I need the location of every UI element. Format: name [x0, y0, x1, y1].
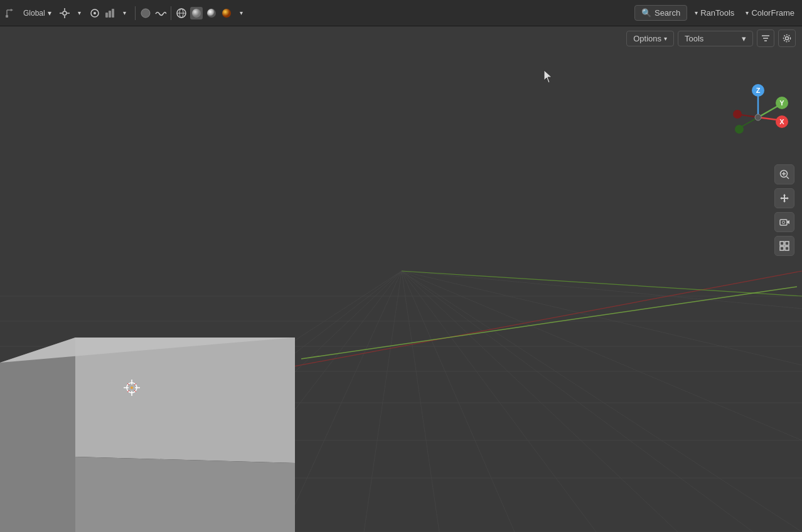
- svg-rect-0: [6, 15, 8, 18]
- viewport-shading-material-icon[interactable]: [205, 7, 218, 19]
- right-tool-panel: [774, 164, 794, 256]
- ran-tools-menu[interactable]: ▾ RanTools: [691, 6, 738, 20]
- filter-button[interactable]: [757, 29, 774, 47]
- svg-rect-87: [780, 220, 787, 225]
- wave-icon[interactable]: [154, 7, 167, 19]
- view-mode-button[interactable]: [774, 236, 794, 256]
- pivot-point-icon[interactable]: [58, 7, 71, 19]
- svg-rect-90: [780, 242, 784, 245]
- svg-rect-91: [785, 242, 789, 245]
- options-label: Options: [633, 34, 661, 43]
- svg-rect-11: [105, 13, 108, 18]
- svg-line-70: [758, 105, 780, 117]
- mouse-cursor: [543, 69, 555, 84]
- viewport-shading-wire-icon[interactable]: [175, 7, 188, 19]
- svg-rect-93: [785, 247, 789, 250]
- proportional-dropdown-icon[interactable]: ▾: [119, 7, 131, 19]
- ran-tools-label: RanTools: [700, 8, 734, 18]
- svg-marker-57: [0, 338, 75, 532]
- svg-point-80: [733, 110, 742, 119]
- snap-icon[interactable]: [88, 7, 101, 19]
- settings-button[interactable]: [778, 29, 796, 47]
- axis-orientation-widget[interactable]: Z Y X: [727, 83, 789, 146]
- right-toolbar-group: 🔍 Search ▾ RanTools ▾ ColorFrame: [634, 5, 798, 21]
- svg-point-89: [783, 221, 785, 224]
- svg-rect-12: [109, 11, 111, 18]
- ran-tools-chevron-icon: ▾: [695, 9, 698, 16]
- svg-rect-13: [112, 9, 114, 18]
- object-origin: [122, 378, 141, 397]
- proportional-edit-icon[interactable]: [104, 7, 116, 19]
- viewport-shading-solid-icon[interactable]: [190, 7, 203, 19]
- 3d-viewport[interactable]: Z Y X: [0, 26, 802, 532]
- color-frame-menu[interactable]: ▾ ColorFrame: [742, 6, 798, 20]
- second-toolbar: Options ▾ Tools ▾: [620, 26, 802, 50]
- tools-dropdown[interactable]: Tools ▾: [678, 31, 753, 46]
- svg-point-19: [207, 9, 216, 18]
- svg-point-25: [784, 35, 791, 42]
- tools-label: Tools: [685, 34, 703, 43]
- svg-point-60: [131, 386, 133, 389]
- pivot-dropdown-icon[interactable]: ▾: [73, 7, 86, 19]
- separator-2: [171, 6, 171, 20]
- chevron-down-icon: ▾: [48, 9, 51, 18]
- search-label: Search: [655, 8, 680, 18]
- svg-point-18: [192, 9, 201, 18]
- pan-button[interactable]: [774, 188, 794, 208]
- svg-marker-94: [544, 70, 552, 83]
- options-chevron-icon: ▾: [664, 35, 667, 42]
- top-toolbar: Global ▾ ▾ ▾: [0, 0, 802, 26]
- svg-text:Y: Y: [779, 99, 784, 107]
- separator-1: [135, 6, 136, 20]
- svg-point-20: [222, 9, 231, 18]
- options-button[interactable]: Options ▾: [626, 31, 674, 46]
- shading-dropdown-icon[interactable]: ▾: [235, 7, 248, 19]
- transform-orientation-button[interactable]: Global ▾: [19, 6, 56, 20]
- svg-line-84: [787, 177, 789, 179]
- svg-point-14: [141, 9, 150, 18]
- color-frame-chevron-icon: ▾: [746, 9, 749, 16]
- svg-text:X: X: [779, 118, 784, 125]
- svg-rect-92: [780, 247, 784, 250]
- svg-marker-3: [11, 9, 13, 11]
- svg-point-24: [786, 37, 789, 40]
- transform-mode-icon[interactable]: [4, 7, 16, 19]
- svg-text:Z: Z: [756, 87, 761, 94]
- 3d-cube: [0, 218, 301, 532]
- svg-point-10: [94, 12, 96, 14]
- zoom-in-button[interactable]: [774, 164, 794, 184]
- search-button[interactable]: 🔍 Search: [634, 5, 687, 21]
- search-icon: 🔍: [641, 8, 651, 18]
- svg-marker-56: [75, 457, 295, 532]
- svg-point-81: [735, 125, 744, 134]
- camera-view-button[interactable]: [774, 212, 794, 232]
- svg-point-4: [63, 11, 67, 15]
- svg-point-82: [755, 114, 761, 120]
- viewport-shading-render-icon[interactable]: [220, 7, 233, 19]
- shading-dot-icon[interactable]: [139, 7, 152, 19]
- color-frame-label: ColorFrame: [751, 8, 794, 18]
- tools-chevron-icon: ▾: [742, 34, 746, 43]
- svg-marker-55: [75, 338, 295, 463]
